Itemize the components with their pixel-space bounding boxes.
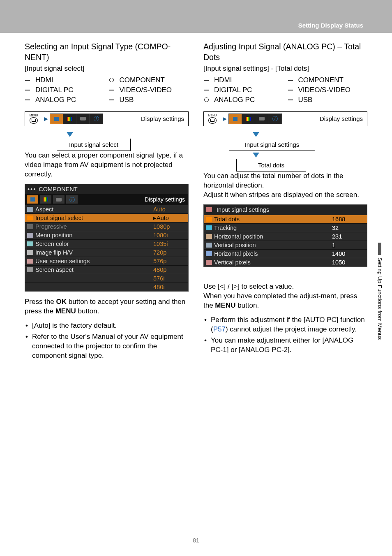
list-item: You can make adjustment either for [ANAL… [203,336,367,355]
signal-option: USB [109,96,189,104]
row-label: Tracking [214,225,332,231]
signal-label: DIGITAL PC [35,86,74,94]
signal-option: DIGITAL PC [25,86,105,94]
menu-row: Image flip H/V720p [25,248,188,257]
left-title: Selecting an Input Signal Type (COMPO-NE… [25,41,189,63]
row-label: Horizontal position [214,233,332,240]
menu-button-icon: MENU [204,114,221,124]
row-icon [206,260,212,265]
row-value: Auto [153,206,186,213]
row-icon [27,207,33,212]
menu-row: Vertical pixels1050 [204,258,367,266]
row-label: Aspect [35,206,153,213]
menu-row: Progressive1080p [25,222,188,231]
nav-diagram-right: MENU ▶ i Display settings Input signal s… [203,111,367,171]
row-value: 1400 [332,250,365,257]
row-value: 1688 [332,216,365,222]
row-value: 231 [332,233,365,240]
menu-row: Screen color1035i [25,239,188,248]
arrow-down-icon [253,153,259,158]
row-icon [206,217,212,222]
row-icon [27,233,33,238]
signal-option: COMPONENT [288,76,368,84]
menu-row: AspectAuto [25,205,188,213]
row-label: Vertical position [214,242,332,248]
dash-icon [203,87,209,93]
left-column: Selecting an Input Signal Type (COMPO-NE… [25,41,189,531]
signal-option: USB [288,96,368,104]
row-value: 1050 [332,259,365,266]
menu-row: Horizontal pixels1400 [204,249,367,258]
right-subhead: [Input signal settings] - [Total dots] [203,65,367,73]
row-value: 480p [153,266,186,273]
menu-row: 576i [25,274,188,283]
nav-label: Display settings [103,115,188,122]
row-icon [27,259,33,264]
nav-sub-box: Input signal settings [229,139,315,151]
row-label: Screen color [35,241,153,247]
row-label: Horizontal pixels [214,250,332,257]
dash-icon [288,97,293,103]
row-label: User screen settings [35,258,153,264]
signal-option: ANALOG PC [203,96,284,104]
row-value: 576p [153,258,186,264]
menu-row: 480i [25,283,188,291]
paragraph: You can adjust the total number of dots … [203,171,367,200]
dash-icon [25,97,30,103]
signal-label: DIGITAL PC [214,86,252,94]
dash-icon [109,97,115,103]
menu-row: Vertical position1 [204,241,367,249]
row-label: Image flip H/V [35,249,153,256]
row-icon [206,243,212,248]
row-label: Input signal select [35,215,153,221]
chevron-right-icon: ▶ [44,116,48,122]
row-value: 1035i [153,241,186,247]
list-item: Refer to the User's Manual of your AV eq… [25,332,189,361]
radio-selected-icon [203,97,209,103]
row-value: 576i [153,275,186,282]
row-value: 480i [153,284,186,290]
menu-row: Horizontal position231 [204,232,367,241]
bullet-list: [Auto] is the factory default.Refer to t… [25,321,189,361]
row-icon [27,250,33,255]
list-item: [Auto] is the factory default. [25,321,189,331]
signal-option: DIGITAL PC [203,86,284,94]
menu-row: Total dots1688 [204,215,367,223]
nav-label: Display settings [282,115,367,122]
paragraph: Press the OK button to accept your setti… [25,297,189,316]
row-icon [206,251,212,256]
dash-icon [288,87,293,93]
row-value: 1 [332,242,365,248]
signal-label: HDMI [35,76,53,84]
signal-label: ANALOG PC [214,96,255,104]
menu-row: User screen settings576p [25,257,188,265]
page-link[interactable]: P57 [213,325,226,333]
row-value: 720p [153,249,186,256]
paragraph: You can select a proper component signal… [25,151,189,179]
row-value: ▸Auto [153,215,186,221]
signal-label: COMPONENT [298,76,344,84]
dash-icon [203,77,209,83]
row-icon [27,267,33,272]
side-tab-marker [378,243,381,255]
menu-row: Input signal select▸Auto [25,213,188,222]
signal-label: USB [298,96,313,104]
side-tab: Setting Up Functions from Menus [376,243,384,340]
menu-row: Screen aspect480p [25,265,188,274]
radio-selected-icon [109,77,115,83]
row-label: Total dots [214,216,332,222]
right-title: Adjusting Input Signal (ANALOG PC) – Tot… [203,41,367,63]
row-label: Menu position [35,232,153,239]
row-icon [27,224,33,229]
signal-option: COMPONENT [109,76,189,84]
signal-grid-left: HDMICOMPONENTDIGITAL PCVIDEO/S-VIDEOANAL… [25,76,189,104]
signal-option: HDMI [25,76,105,84]
paragraph: Use [<] / [>] to select a value. When yo… [203,273,367,310]
signal-label: HDMI [214,76,232,84]
section-title: Setting Display Status [298,22,363,29]
right-column: Adjusting Input Signal (ANALOG PC) – Tot… [203,41,367,531]
arrow-down-icon [253,132,259,137]
side-tab-text: Setting Up Functions from Menus [377,257,383,340]
signal-option: ANALOG PC [25,96,105,104]
arrow-down-icon [67,132,73,137]
